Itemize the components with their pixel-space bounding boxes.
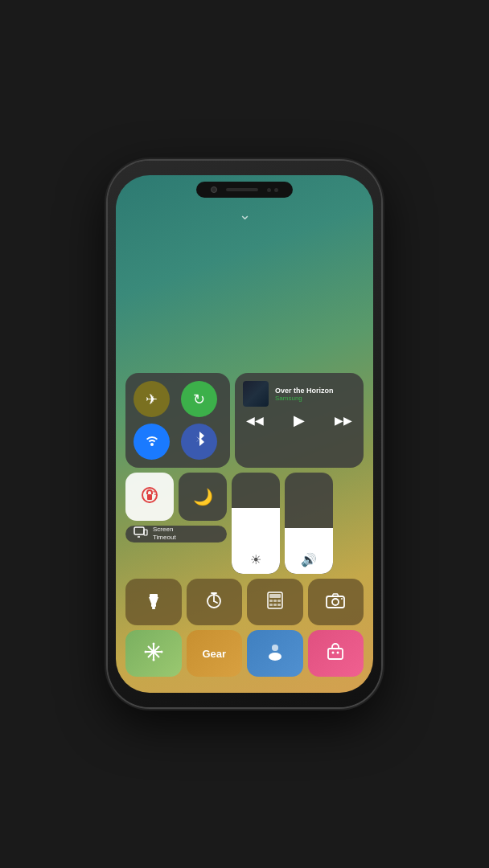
music-title: Over the Horizon [275,387,355,395]
svg-rect-19 [269,604,273,606]
screen-mirror-icon [134,526,148,541]
do-not-disturb-tile[interactable]: 🌙 [179,473,227,521]
music-text: Over the Horizon Samsung [275,387,355,402]
gear-app-tile[interactable]: Gear [187,630,243,677]
phone-notch [196,182,293,198]
music-info: Over the Horizon Samsung [243,381,355,407]
music-artist: Samsung [275,395,355,402]
rotation-lock-tile[interactable] [125,473,174,521]
svg-point-37 [332,651,335,653]
svg-point-32 [160,650,162,653]
moon-icon: 🌙 [193,487,213,506]
shop-icon [326,642,345,665]
sliders-group: ☀ 🔊 [232,473,333,574]
svg-line-11 [214,601,217,603]
next-button[interactable]: ▶▶ [335,414,352,427]
bluetooth-toggle[interactable] [181,424,217,460]
svg-point-34 [269,653,281,661]
svg-rect-8 [150,594,158,598]
shop-app-tile[interactable] [308,630,364,677]
sensor-dot-1 [267,188,271,192]
svg-rect-7 [152,607,155,609]
screen-timeout-tile[interactable]: Screen Timeout [125,526,227,542]
svg-rect-36 [328,649,343,659]
flashlight-tile[interactable] [125,579,182,625]
airplane-mode-toggle[interactable]: ✈ [134,381,170,417]
svg-rect-2 [134,527,144,534]
volume-slider[interactable]: 🔊 [285,473,333,574]
airplane-icon: ✈ [146,391,158,408]
svg-rect-1 [147,494,152,500]
wifi-toggle[interactable] [134,424,170,460]
svg-rect-6 [151,604,156,607]
app-row: Gear [125,630,364,677]
calculator-icon [267,592,283,613]
svg-point-31 [144,650,146,653]
sensor-dot-2 [274,188,278,192]
brightness-slider[interactable]: ☀ [232,473,280,574]
prev-button[interactable]: ◀◀ [246,414,264,427]
sensors-area [267,188,278,192]
front-camera [211,186,217,193]
pull-down-chevron[interactable]: ⌄ [239,206,251,223]
person-icon [265,642,285,665]
svg-point-23 [332,599,339,605]
brightness-icon: ☀ [250,552,261,567]
svg-rect-15 [269,594,281,598]
lock-icon [141,486,158,508]
camera-tile[interactable] [308,579,364,625]
svg-rect-21 [277,604,281,606]
camera-icon [326,592,345,612]
top-row: ✈ ↻ [125,373,364,468]
earpiece-speaker [226,188,258,191]
bluetooth-icon [194,432,205,452]
svg-point-30 [152,658,154,661]
controls-left: 🌙 Screen Timeout [125,473,227,542]
svg-point-38 [337,651,339,653]
snowflake-icon [144,642,163,665]
rotation-lock-toggle[interactable]: ↻ [181,381,217,417]
snowflake-app-tile[interactable] [125,630,182,677]
svg-rect-20 [273,604,277,606]
svg-rect-18 [277,600,281,602]
wifi-icon [144,433,160,450]
flashlight-icon [146,591,161,614]
utility-row [125,579,364,625]
connectivity-panel: ✈ ↻ [125,373,230,468]
svg-point-29 [152,642,154,645]
phone-screen: ⌄ ✈ ↻ [116,175,373,693]
album-art-image [243,381,269,407]
svg-point-35 [272,645,278,651]
person-app-tile[interactable] [247,630,303,677]
phone-frame: ⌄ ✈ ↻ [108,161,381,707]
calculator-tile[interactable] [247,579,303,625]
gear-app-label: Gear [202,648,226,660]
control-center: ✈ ↻ [125,373,364,677]
timer-icon [205,592,223,613]
rotate-icon: ↻ [193,391,205,408]
screen-timeout-label: Screen Timeout [153,526,176,542]
svg-rect-17 [273,600,277,602]
svg-point-24 [341,598,343,600]
svg-marker-5 [149,597,158,604]
music-panel: Over the Horizon Samsung ◀◀ ▶ ▶▶ [235,373,364,468]
timer-tile[interactable] [187,579,243,625]
volume-icon: 🔊 [301,552,317,567]
album-art [243,381,269,407]
svg-rect-16 [269,600,273,602]
controls-row: 🌙 Screen Timeout [125,473,364,574]
music-controls: ◀◀ ▶ ▶▶ [243,411,355,429]
play-button[interactable]: ▶ [294,411,305,429]
